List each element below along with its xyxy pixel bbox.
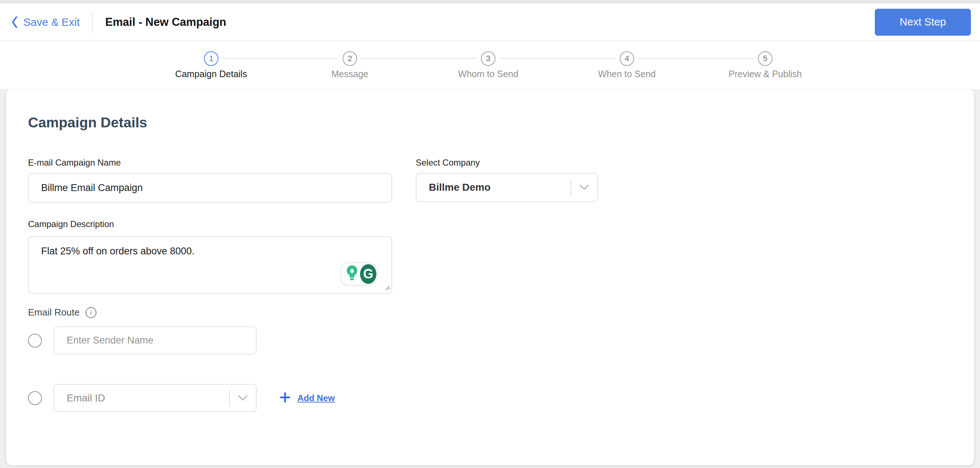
step-number-badge: 4 [620, 51, 634, 66]
stepper-connector [361, 58, 477, 59]
step-label: Message [281, 69, 419, 79]
step-campaign-details[interactable]: 1 Campaign Details [142, 51, 280, 79]
step-label: Preview & Publish [696, 69, 834, 79]
email-new-campaign-screen: Save & Exit Email - New Campaign Next St… [0, 0, 980, 468]
select-right-zone [229, 385, 256, 411]
lightbulb-icon[interactable] [344, 264, 360, 284]
step-whom-to-send[interactable]: 3 Whom to Send [419, 51, 557, 79]
stepper-connector [638, 58, 754, 59]
email-id-select-placeholder: Email ID [54, 392, 105, 404]
grammarly-widget[interactable]: G [340, 262, 378, 286]
campaign-name-input[interactable] [28, 173, 392, 203]
email-id-radio[interactable] [28, 391, 42, 405]
step-preview-publish[interactable]: 5 Preview & Publish [696, 51, 834, 79]
step-number-badge: 1 [204, 51, 218, 66]
email-route-label: Email Route [28, 307, 80, 318]
info-icon[interactable]: i [86, 307, 97, 318]
header-bar: Save & Exit Email - New Campaign Next St… [0, 4, 980, 41]
step-number-badge: 5 [758, 51, 773, 66]
email-id-option-row: Email ID Add New [28, 384, 335, 412]
sender-name-input[interactable] [54, 327, 257, 354]
window-top-strip [0, 0, 980, 4]
step-number-badge: 2 [342, 51, 357, 66]
company-select[interactable]: Billme Demo [416, 173, 598, 202]
step-label: Whom to Send [419, 69, 557, 79]
stepper-connector [223, 58, 338, 59]
email-route-row: Email Route i [28, 307, 97, 318]
stepper-connector [500, 58, 615, 59]
campaign-name-label: E-mail Campaign Name [28, 157, 121, 168]
card-heading: Campaign Details [28, 115, 147, 131]
page-title: Email - New Campaign [105, 16, 226, 29]
campaign-description-label: Campaign Description [28, 219, 114, 229]
chevron-down-icon [230, 395, 256, 401]
campaign-description-textarea[interactable]: Flat 25% off on orders above 8000. [28, 236, 392, 293]
select-right-zone [570, 174, 597, 201]
add-new-button[interactable]: Add New [279, 392, 335, 405]
company-select-value: Billme Demo [417, 182, 491, 193]
grammarly-g-icon[interactable]: G [360, 264, 376, 284]
campaign-details-card: Campaign Details E-mail Campaign Name Se… [6, 89, 974, 465]
select-company-label: Select Company [416, 157, 480, 168]
resize-handle-icon[interactable] [383, 284, 391, 292]
step-when-to-send[interactable]: 4 When to Send [558, 51, 696, 79]
plus-icon [279, 392, 291, 405]
save-exit-label: Save & Exit [23, 16, 80, 29]
add-new-label: Add New [298, 393, 335, 403]
next-step-button[interactable]: Next Step [875, 9, 971, 36]
sender-name-radio[interactable] [28, 334, 42, 347]
header-divider [92, 11, 93, 33]
step-label: When to Send [558, 69, 696, 79]
chevron-down-icon [571, 184, 597, 191]
wizard-stepper: 1 Campaign Details 2 Message 3 Whom to S… [0, 42, 980, 89]
step-number-badge: 3 [481, 51, 495, 66]
chevron-left-icon [11, 16, 18, 29]
email-id-select[interactable]: Email ID [54, 384, 257, 412]
campaign-description-wrap: Flat 25% off on orders above 8000. G [28, 236, 392, 293]
save-exit-button[interactable]: Save & Exit [11, 16, 80, 29]
sender-name-option-row [28, 327, 257, 354]
step-message[interactable]: 2 Message [281, 51, 419, 79]
step-label: Campaign Details [142, 69, 280, 79]
content-area: Campaign Details E-mail Campaign Name Se… [0, 89, 980, 468]
